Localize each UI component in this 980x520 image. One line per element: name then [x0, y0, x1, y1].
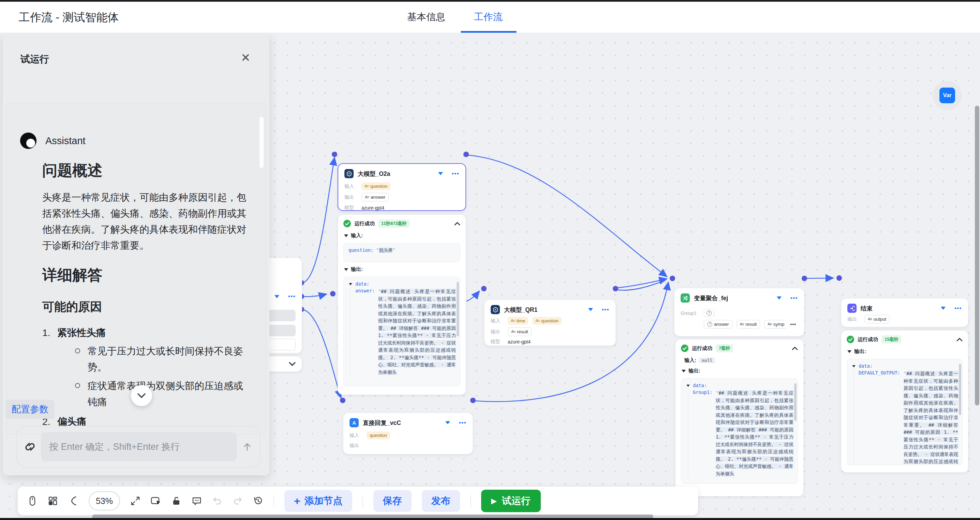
tree-caret[interactable]: [349, 283, 352, 285]
tree-caret[interactable]: [344, 235, 348, 237]
fit-view-icon[interactable]: [130, 496, 140, 506]
node-end[interactable]: 结束 ••• 输出 A≡output: [841, 298, 969, 327]
tab-basic-info[interactable]: 基本信息: [407, 11, 445, 24]
tree-caret[interactable]: [344, 268, 348, 271]
save-button[interactable]: 保存: [373, 490, 412, 512]
code-key: data:: [693, 383, 707, 388]
result-panel-llm-o2a: 运行成功 11秒872毫秒 输入: question: "我头疼" 输出: da…: [337, 214, 466, 395]
run-status: 运行成功: [858, 336, 878, 343]
assistant-output-card: Assistant 问题概述 头疼是一种常见症状，可能由多种原因引起，包括紧张性…: [6, 103, 266, 434]
add-node-button[interactable]: + 添加节点: [285, 490, 352, 512]
chevron-up-icon[interactable]: [792, 347, 798, 350]
lock-icon[interactable]: [171, 496, 181, 506]
scroll-to-bottom-button[interactable]: [131, 385, 152, 406]
attach-link-icon[interactable]: [24, 441, 36, 453]
node-menu-icon[interactable]: •••: [452, 172, 459, 176]
group-string: ## 问题概述 头疼是一种常见症状，可能由多种原因引起，包括紧张性头痛、偏头痛、…: [716, 390, 794, 476]
card-scrollbar-thumb[interactable]: [259, 117, 264, 168]
codebox-scrollbar[interactable]: [457, 282, 459, 336]
node-menu-icon[interactable]: •••: [459, 421, 466, 425]
param-tag-time: A≡time: [508, 317, 528, 325]
codebox-scrollbar[interactable]: [959, 364, 961, 415]
history-icon[interactable]: [253, 496, 263, 506]
node-collapse-caret[interactable]: [275, 295, 279, 298]
group-type-tag: ?: [704, 309, 714, 317]
node-direct-reply[interactable]: A 直接回复_vcC ••• 输入 question 输出: [343, 413, 473, 454]
send-icon[interactable]: [242, 441, 253, 453]
test-run-button[interactable]: ▶ 试运行: [481, 490, 541, 512]
port-o2a-left: [332, 152, 337, 157]
md-bullet-1: 常见于压力过大或长时间保持不良姿势。: [75, 343, 252, 375]
edge-hidden-to-llm-qr1: [466, 291, 479, 301]
chevron-down-icon: [137, 393, 146, 398]
close-icon[interactable]: ✕: [241, 51, 251, 64]
node-menu-icon[interactable]: •••: [288, 295, 296, 298]
chevron-up-icon[interactable]: [956, 338, 963, 341]
param-tag-output: A≡output: [864, 315, 889, 323]
configure-params-button[interactable]: 配置参数: [5, 400, 54, 419]
type-icon: A≡: [365, 194, 369, 200]
md-heading-2: 详细解答: [42, 265, 252, 285]
llm-node-icon: [491, 305, 500, 314]
port-o2a-right: [463, 152, 469, 157]
tab-workflow[interactable]: 工作流: [474, 11, 503, 24]
workflow-editor-screen: 工作流 - 测试智能体 基本信息 工作流: [0, 0, 980, 520]
publish-button[interactable]: 发布: [422, 490, 460, 512]
agg-tag-answer: ?answer: [704, 320, 732, 328]
result-input-label: 输入:: [351, 232, 363, 239]
bullet-marker: [75, 383, 80, 388]
chevron-down-icon[interactable]: [289, 362, 296, 366]
output-label: 输出: [350, 443, 363, 449]
node-collapse-caret[interactable]: [588, 308, 593, 311]
node-collapse-caret[interactable]: [445, 421, 450, 424]
undo-icon[interactable]: [212, 496, 222, 506]
edge-start-short: [302, 294, 327, 297]
type-icon: A≡: [364, 183, 369, 189]
toolbar-divider: [274, 495, 274, 507]
page-title: 工作流 - 测试智能体: [19, 10, 119, 25]
variables-button[interactable]: Var: [932, 81, 962, 110]
message-input[interactable]: [41, 432, 237, 461]
collapse-angle-icon[interactable]: [68, 496, 78, 506]
tree-caret[interactable]: [847, 350, 851, 353]
node-menu-icon[interactable]: •••: [791, 296, 798, 300]
edge-llm-o2a-to-aggregate: [466, 155, 667, 277]
port-end-left: [837, 275, 842, 281]
edge-start-to-reply: [302, 309, 341, 398]
node-collapse-caret[interactable]: [941, 307, 945, 310]
codebox-scrollbar[interactable]: [794, 384, 797, 421]
param-tag-question: question: [367, 431, 390, 439]
code-key: data:: [355, 281, 369, 287]
chat-input-container: [16, 426, 261, 468]
select-mode-icon[interactable]: [151, 496, 161, 506]
node-llm-qr1[interactable]: 大模型_QR1 ••• 输入 A≡time A≡question 输出 A≡re…: [484, 300, 616, 346]
node-collapse-caret[interactable]: [438, 172, 443, 175]
run-status: 运行成功: [692, 345, 712, 352]
edge-llm-qr1-to-aggregate-a: [616, 279, 667, 288]
vertical-scrollbar-thumb[interactable]: [975, 106, 979, 406]
result-output-label: 输出:: [689, 368, 700, 374]
model-value: azure-gpt4: [361, 205, 384, 211]
layout-grid-icon[interactable]: [48, 496, 58, 506]
duration-badge: 7毫秒: [716, 344, 733, 352]
zoom-level-input[interactable]: 53%: [89, 491, 120, 510]
comment-icon[interactable]: [192, 496, 202, 506]
var-badge: Var: [939, 87, 955, 103]
tree-caret[interactable]: [686, 385, 690, 387]
node-collapse-caret[interactable]: [777, 296, 781, 300]
overflow-dots: •••: [790, 322, 796, 327]
test-run-panel: 试运行 ✕ Assistant 问题概述 头疼是一种常见症状，可能由多种原因引起…: [3, 33, 269, 476]
chevron-up-icon[interactable]: [454, 222, 460, 225]
redo-icon[interactable]: [232, 496, 243, 506]
node-menu-icon[interactable]: •••: [602, 308, 609, 311]
success-check-icon: [847, 336, 854, 343]
node-llm-o2a[interactable]: 大模型_O2a ••• 输入 A≡question 输出 A≡answer 模型…: [337, 163, 466, 211]
result-input-label: 输入:: [684, 357, 696, 364]
tree-caret[interactable]: [852, 365, 856, 367]
md-heading-3: 可能的原因: [42, 299, 252, 315]
node-menu-icon[interactable]: •••: [955, 307, 962, 310]
tree-caret[interactable]: [682, 370, 686, 373]
node-variable-aggregate[interactable]: 变量聚合_fej ••• Group1 ? ?answer A≡result A…: [674, 288, 804, 336]
pointer-mouse-icon[interactable]: [27, 496, 38, 506]
agg-tag-symp: A≡symp: [764, 320, 786, 328]
